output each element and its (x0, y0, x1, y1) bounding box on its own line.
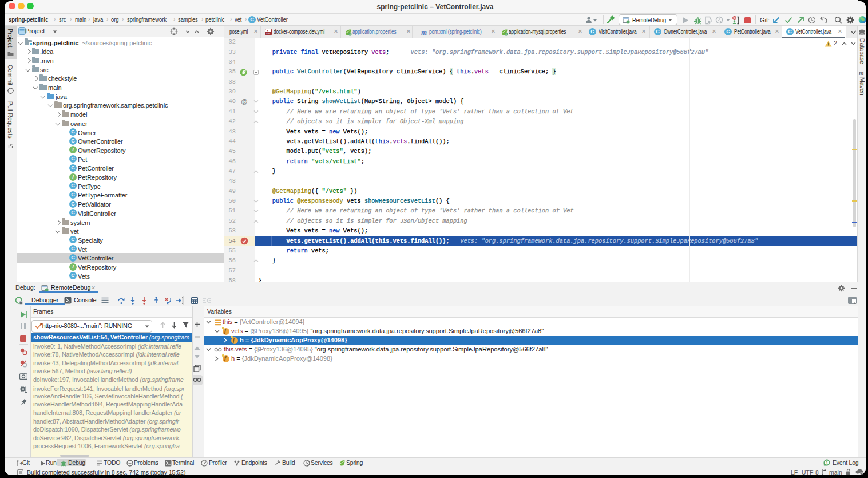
svg-text:1: 1 (826, 460, 828, 465)
svg-text:YML: YML (266, 32, 271, 35)
